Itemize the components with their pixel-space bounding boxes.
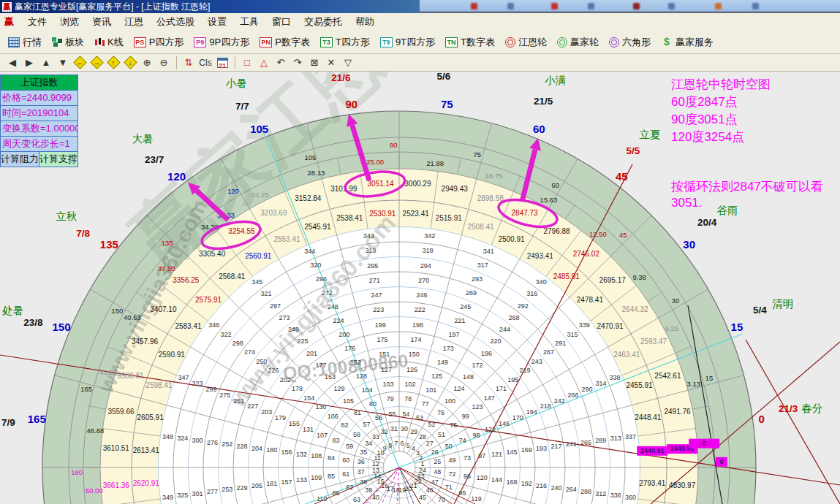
rotate-ccw-button[interactable]: ↶ [273, 56, 289, 70]
spiral-number: 248 [328, 303, 338, 310]
spiral-number: 265 [580, 439, 591, 446]
spiral-number: 172 [472, 362, 483, 369]
page-left-button[interactable]: ◀ [4, 56, 20, 70]
spiral-number: 194 [526, 408, 537, 416]
cls-button[interactable]: Cls [197, 56, 213, 70]
9T四方形-button[interactable]: T99T四方形 [375, 33, 440, 52]
P四方形-button[interactable]: PSP四方形 [129, 33, 189, 52]
menu-item-4[interactable]: 公式选股 [150, 14, 201, 30]
江恩轮-button[interactable]: 江恩轮 [500, 33, 552, 52]
spiral-number: 150 [409, 351, 420, 358]
rotate-cw-button[interactable]: ↷ [290, 56, 306, 70]
板块-button[interactable]: 板块 [47, 33, 89, 52]
spiral-number: 30 [401, 425, 408, 432]
行情-button[interactable]: 行情 [3, 33, 47, 52]
outer-price-value: 3661.36 [103, 481, 130, 489]
spiral-number: 313 [610, 435, 621, 442]
menu-item-2[interactable]: 资讯 [86, 14, 118, 30]
spiral-number: 126 [406, 366, 417, 373]
spiral-number: 293 [472, 275, 483, 283]
spiral-number: 153 [325, 373, 336, 381]
menu-item-3[interactable]: 江恩 [118, 14, 150, 30]
赢家服务-button[interactable]: $赢家服务 [656, 33, 719, 52]
calc-support-button[interactable]: 计算支撑 [39, 152, 78, 167]
menu-item-9[interactable]: 帮助 [349, 14, 381, 30]
pan-up-button[interactable]: ↑ [105, 56, 121, 70]
spiral-number: 54 [403, 411, 410, 418]
K线-button[interactable]: K线 [89, 33, 129, 52]
spiral-number: 34 [365, 440, 372, 447]
inner-price-value: 2590.91 [159, 351, 186, 359]
spiral-number: 71 [445, 484, 453, 491]
zoom-in-button[interactable]: ⊕ [139, 56, 155, 70]
updown-axis-button[interactable]: ⇅ [181, 56, 197, 70]
P数字表-button[interactable]: PNP数字表 [254, 33, 315, 52]
degree-value: 120 [227, 187, 239, 195]
zoom-out-button[interactable]: ⊖ [156, 56, 172, 70]
background-windows [420, 0, 840, 13]
spiral-number: 245 [460, 303, 471, 310]
spiral-number: 101 [425, 386, 436, 394]
toolbar-label: 江恩轮 [518, 36, 547, 49]
menu-item-8[interactable]: 交易委托 [298, 14, 349, 30]
select-region-button[interactable]: ⊠ [306, 56, 322, 70]
spiral-number: 292 [518, 302, 529, 310]
triangle-tool-button[interactable]: △ [256, 56, 272, 70]
toolbar-separator [235, 56, 235, 69]
pointer-down-button[interactable]: ▼ [55, 56, 71, 70]
calc-resistance-button[interactable]: 计算阻力 [0, 152, 39, 167]
menu-item-6[interactable]: 工具 [233, 14, 265, 30]
kline-icon [94, 37, 105, 47]
spiral-number: 295 [367, 262, 378, 270]
inner-price-value: 2575.91 [195, 296, 222, 304]
sectors-icon [52, 37, 62, 47]
degree-value: 30 [672, 297, 680, 305]
spiral-number: 124 [454, 385, 465, 392]
pin-tool-button[interactable]: ▽ [340, 56, 356, 70]
pan-down-button[interactable]: ↓ [122, 56, 138, 70]
spiral-number: 267 [543, 348, 554, 356]
outer-degree-label: 0 [759, 413, 765, 425]
outer-price-value: 2746.02 [573, 250, 600, 258]
spiral-number: 171 [496, 385, 507, 392]
pan-left-button[interactable]: ← [72, 56, 88, 70]
pointer-up-button[interactable]: ▲ [38, 56, 54, 70]
spiral-number: 100 [444, 397, 455, 405]
date-label: 5/5 [627, 145, 640, 156]
percent-value: 50.00 [86, 486, 103, 495]
toolbar-label: T四方形 [336, 36, 370, 49]
spiral-number: 322 [220, 331, 231, 338]
outer-price-value: 2796.88 [543, 227, 570, 235]
gann-wheel-icon [505, 37, 515, 47]
9P四方形-button[interactable]: P99P四方形 [189, 33, 254, 52]
赢家轮-button[interactable]: 赢家轮 [552, 33, 604, 52]
pan-right-button[interactable]: → [88, 56, 105, 70]
title-bar: 赢 赢家江恩专业版[赢家服务平台] - [上证指数 江恩轮] [0, 0, 840, 13]
step-field: 周天变化步长=1 [0, 137, 78, 152]
T四方形-button[interactable]: T3T四方形 [315, 33, 375, 52]
page-right-button[interactable]: ▶ [21, 56, 37, 70]
center-button[interactable]: ✕ [323, 56, 339, 70]
menu-item-5[interactable]: 设置 [201, 14, 233, 30]
inner-price-value: 2508.41 [467, 223, 494, 231]
solar-term-label: 春分 [801, 402, 823, 414]
inner-price-value: 2620.91 [133, 479, 160, 487]
inner-price-value: 2793.41 [639, 479, 666, 487]
spiral-number: 7 [394, 440, 398, 447]
spiral-number: 59 [346, 443, 353, 450]
inner-price-value: 2613.41 [133, 446, 160, 454]
menu-item-1[interactable]: 浏览 [53, 14, 86, 30]
六角形-button[interactable]: 六角形 [604, 33, 656, 52]
spiral-number: 37 [357, 468, 365, 476]
spiral-number: 97 [478, 452, 485, 459]
T数字表-button[interactable]: TNT数字表 [440, 33, 500, 52]
spiral-number: 196 [481, 350, 492, 357]
menu-item-0[interactable]: 文件 [21, 14, 53, 30]
percent-value: 21.88 [426, 159, 444, 167]
calendar-button[interactable]: 21 [214, 56, 230, 70]
outer-price-value: 2542.61 [654, 372, 681, 380]
spiral-number: 288 [580, 488, 591, 495]
menu-item-7[interactable]: 窗口 [265, 14, 298, 30]
spiral-number: 32 [381, 428, 388, 435]
rect-tool-button[interactable]: □ [239, 56, 255, 70]
